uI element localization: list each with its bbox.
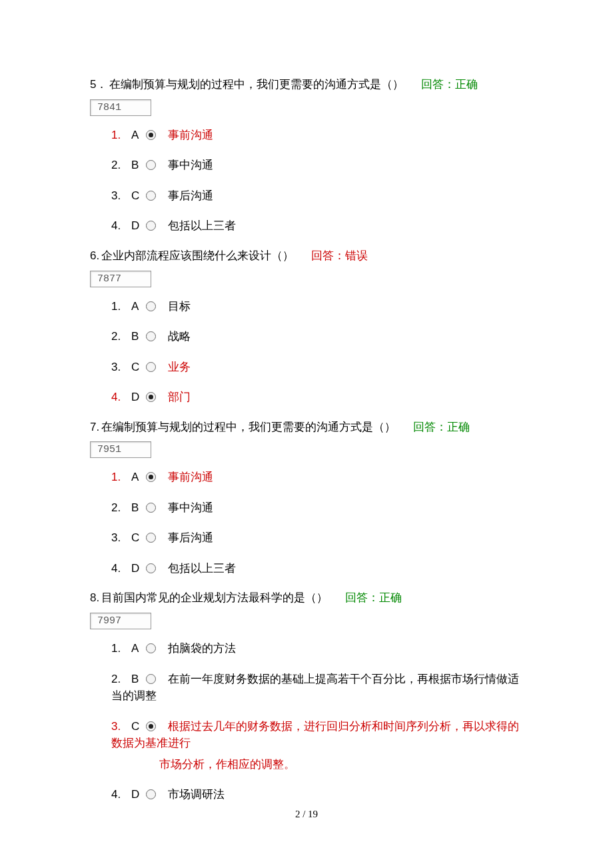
- question-id-box: 7997: [90, 613, 151, 629]
- question-id-box: 7951: [90, 441, 151, 458]
- option-ordinal: 1.: [111, 127, 131, 144]
- option-text: 事中沟通: [168, 159, 213, 171]
- option-letter: B: [131, 499, 145, 517]
- option-ordinal: 3.: [111, 187, 131, 205]
- option-item: 3.C业务: [111, 352, 523, 383]
- question-stem: 企业内部流程应该围绕什么来设计（）: [101, 249, 294, 262]
- option-letter: C: [131, 187, 145, 205]
- answer-feedback: 回答：错误: [311, 249, 368, 262]
- option-letter: B: [131, 328, 145, 345]
- option-radio[interactable]: [146, 674, 156, 684]
- option-text: 战略: [168, 330, 191, 343]
- option-text: 目标: [168, 300, 191, 313]
- option-ordinal: 2.: [111, 157, 131, 174]
- option-letter: B: [131, 157, 145, 174]
- option-ordinal: 2.: [111, 499, 131, 517]
- option-ordinal: 2.: [111, 328, 131, 345]
- option-item: 1.A目标: [111, 291, 523, 322]
- option-radio[interactable]: [146, 563, 156, 573]
- option-item: 4.D包括以上三者: [111, 211, 523, 241]
- question-stem: 目前国内常见的企业规划方法最科学的是（）: [101, 591, 328, 604]
- option-text: 事后沟通: [168, 531, 213, 544]
- option-radio[interactable]: [146, 301, 156, 311]
- option-item: 2.B战略: [111, 321, 523, 352]
- option-ordinal: 3.: [111, 718, 131, 735]
- option-text: 包括以上三者: [168, 219, 236, 232]
- option-radio[interactable]: [146, 503, 156, 513]
- option-item: 2.B事中沟通: [111, 150, 523, 181]
- options-list: 1.A目标2.B战略3.C业务4.D部门: [90, 291, 523, 413]
- option-text: 根据过去几年的财务数据，进行回归分析和时间序列分析，再以求得的数据为基准进行: [111, 720, 519, 750]
- question-number: 5．: [90, 78, 107, 91]
- page-footer: 2 / 19: [0, 809, 613, 820]
- option-item: 3.C根据过去几年的财务数据，进行回归分析和时间序列分析，再以求得的数据为基准进…: [111, 711, 523, 780]
- question-stem: 在编制预算与规划的过程中，我们更需要的沟通方式是（）: [109, 78, 404, 91]
- option-text: 事前沟通: [168, 129, 213, 141]
- option-letter: A: [131, 127, 145, 144]
- option-text: 包括以上三者: [168, 562, 236, 575]
- option-text: 事后沟通: [168, 189, 213, 202]
- option-radio[interactable]: [146, 191, 156, 201]
- option-item: 4.D部门: [111, 382, 523, 413]
- option-item: 4.D包括以上三者: [111, 553, 523, 584]
- options-list: 1.A拍脑袋的方法2.B在前一年度财务数据的基础上提高若干个百分比，再根据市场行…: [90, 633, 523, 810]
- option-text: 市场调研法: [168, 788, 225, 801]
- question-heading: 8.目前国内常见的企业规划方法最科学的是（）回答：正确: [90, 590, 523, 606]
- options-list: 1.A事前沟通2.B事中沟通3.C事后沟通4.D包括以上三者: [90, 120, 523, 241]
- question-id-box: 7877: [90, 271, 151, 287]
- option-ordinal: 1.: [111, 298, 131, 315]
- option-radio[interactable]: [146, 221, 156, 231]
- option-item: 1.A事前沟通: [111, 462, 523, 493]
- option-ordinal: 1.: [111, 469, 131, 486]
- option-item: 3.C事后沟通: [111, 523, 523, 553]
- option-item: 2.B在前一年度财务数据的基础上提高若干个百分比，再根据市场行情做适当的调整: [111, 664, 523, 711]
- option-radio[interactable]: [146, 392, 156, 402]
- option-text: 事中沟通: [168, 501, 213, 514]
- option-letter: D: [131, 389, 145, 406]
- option-radio[interactable]: [146, 130, 156, 140]
- option-radio[interactable]: [146, 331, 156, 341]
- option-ordinal: 3.: [111, 359, 131, 376]
- option-letter: C: [131, 718, 145, 735]
- option-ordinal: 4.: [111, 786, 131, 803]
- option-letter: D: [131, 217, 145, 235]
- option-radio[interactable]: [146, 160, 156, 170]
- option-text: 部门: [168, 391, 191, 403]
- option-ordinal: 3.: [111, 529, 131, 547]
- option-ordinal: 1.: [111, 640, 131, 657]
- question-heading: 6.企业内部流程应该围绕什么来设计（）回答：错误: [90, 248, 523, 264]
- question-number: 6.: [90, 249, 99, 262]
- option-radio[interactable]: [146, 362, 156, 372]
- option-radio[interactable]: [146, 533, 156, 543]
- option-ordinal: 2.: [111, 671, 131, 688]
- option-text: 拍脑袋的方法: [168, 642, 236, 655]
- option-letter: C: [131, 529, 145, 547]
- question-number: 7.: [90, 421, 99, 433]
- option-letter: D: [131, 560, 145, 577]
- option-letter: A: [131, 298, 145, 315]
- option-text: 事前沟通: [168, 471, 213, 483]
- question-heading: 5．在编制预算与规划的过程中，我们更需要的沟通方式是（）回答：正确: [90, 77, 523, 93]
- option-radio[interactable]: [146, 789, 156, 799]
- option-text: 业务: [168, 361, 191, 373]
- option-text: 在前一年度财务数据的基础上提高若干个百分比，再根据市场行情做适当的调整: [111, 673, 519, 703]
- question-id-box: 7841: [90, 99, 151, 116]
- option-radio[interactable]: [146, 472, 156, 482]
- option-item: 3.C事后沟通: [111, 181, 523, 211]
- option-item: 4.D市场调研法: [111, 779, 523, 810]
- option-letter: A: [131, 640, 145, 657]
- answer-feedback: 回答：正确: [413, 421, 470, 433]
- option-ordinal: 4.: [111, 217, 131, 235]
- question-number: 8.: [90, 591, 99, 604]
- option-letter: D: [131, 786, 145, 803]
- page-content: 5．在编制预算与规划的过程中，我们更需要的沟通方式是（）回答：正确78411.A…: [0, 0, 613, 810]
- question-heading: 7.在编制预算与规划的过程中，我们更需要的沟通方式是（）回答：正确: [90, 419, 523, 435]
- page-total: 19: [308, 809, 318, 819]
- option-letter: C: [131, 359, 145, 376]
- option-radio[interactable]: [146, 721, 156, 731]
- question-stem: 在编制预算与规划的过程中，我们更需要的沟通方式是（）: [101, 421, 396, 433]
- option-ordinal: 4.: [111, 389, 131, 406]
- option-item: 1.A拍脑袋的方法: [111, 633, 523, 664]
- option-letter: B: [131, 671, 145, 688]
- option-radio[interactable]: [146, 643, 156, 653]
